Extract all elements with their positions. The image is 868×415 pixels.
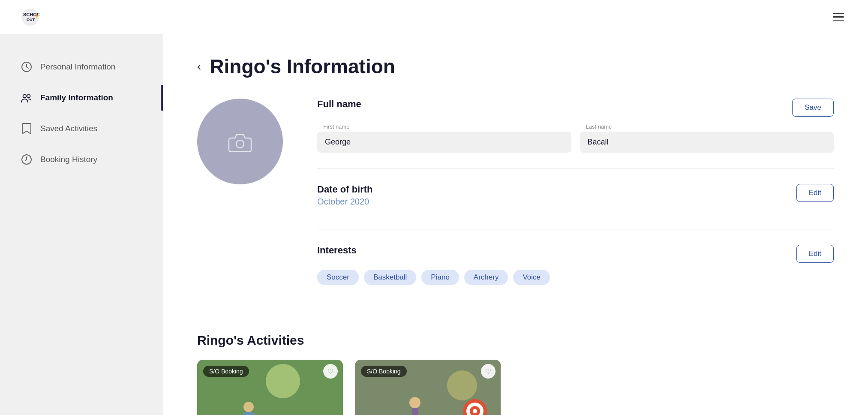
- interests-header: Interests Edit: [317, 245, 834, 263]
- svg-point-11: [243, 402, 254, 412]
- sidebar-item-label-personal: Personal Information: [40, 62, 115, 72]
- last-name-label: Last name: [580, 123, 834, 130]
- content-area: ‹ Ringo's Information Full name: [163, 34, 868, 415]
- activity-card-1: S/O Booking ♡: [197, 360, 343, 415]
- full-name-group: Full name Save First name Last name: [317, 99, 834, 168]
- first-name-group: First name: [317, 123, 571, 153]
- interest-tag-archery: Archery: [464, 270, 508, 285]
- main-layout: Personal Information Family Information: [0, 34, 868, 415]
- interests-group: Interests Edit Soccer Basketball Piano A…: [317, 245, 834, 301]
- dob-group: Date of birth October 2020 Edit: [317, 184, 834, 229]
- history-icon: [21, 153, 33, 165]
- interest-tag-piano: Piano: [421, 270, 459, 285]
- first-name-input[interactable]: [317, 132, 571, 153]
- activities-title: Ringo's Activities: [197, 333, 834, 348]
- dob-header: Date of birth October 2020 Edit: [317, 184, 834, 207]
- svg-point-22: [409, 397, 420, 408]
- sidebar-item-label-family: Family Information: [40, 93, 113, 102]
- svg-point-0: [21, 9, 39, 26]
- interest-tag-voice: Voice: [513, 270, 550, 285]
- back-button[interactable]: ‹: [197, 60, 201, 72]
- interest-tags: Soccer Basketball Piano Archery Voice: [317, 270, 834, 285]
- save-button[interactable]: Save: [792, 99, 834, 117]
- sidebar-item-label-booking: Booking History: [40, 155, 97, 164]
- dob-edit-button[interactable]: Edit: [796, 184, 834, 202]
- svg-text:OUT: OUT: [27, 18, 35, 22]
- svg-point-21: [473, 409, 477, 413]
- heart-button-1[interactable]: ♡: [323, 364, 338, 379]
- page-title: Ringo's Information: [210, 55, 395, 78]
- svg-rect-12: [246, 412, 252, 415]
- svg-rect-14: [252, 413, 255, 415]
- last-name-input[interactable]: [580, 132, 834, 153]
- sidebar: Personal Information Family Information: [0, 34, 163, 415]
- full-name-label: Full name: [317, 99, 361, 110]
- first-name-label: First name: [317, 123, 571, 130]
- sidebar-item-booking-history[interactable]: Booking History: [0, 144, 163, 175]
- hamburger-menu[interactable]: [829, 10, 847, 24]
- activity-card-2: S/O Booking ♡: [355, 360, 501, 415]
- clock-icon: [21, 61, 33, 73]
- booking-badge-2: S/O Booking: [361, 366, 407, 377]
- heart-button-2[interactable]: ♡: [481, 364, 496, 379]
- name-inputs: First name Last name: [317, 123, 834, 153]
- bookmark-icon: [21, 123, 33, 135]
- svg-point-7: [236, 140, 244, 148]
- activities-section: Ringo's Activities: [197, 333, 834, 415]
- dob-label: Date of birth: [317, 184, 373, 195]
- avatar[interactable]: [197, 99, 283, 184]
- info-section: Full name Save First name Last name: [317, 99, 834, 316]
- sidebar-item-personal-information[interactable]: Personal Information: [0, 51, 163, 82]
- interests-label: Interests: [317, 245, 357, 256]
- svg-rect-13: [243, 413, 246, 415]
- last-name-group: Last name: [580, 123, 834, 153]
- full-name-header: Full name Save: [317, 99, 834, 117]
- svg-point-4: [23, 95, 26, 98]
- logo-icon: SCHOOLS OUT: [21, 8, 39, 27]
- svg-point-9: [266, 364, 300, 398]
- page-header: ‹ Ringo's Information: [197, 55, 834, 78]
- svg-point-5: [27, 95, 30, 98]
- svg-point-16: [447, 370, 477, 400]
- logo: SCHOOLS OUT: [21, 8, 41, 27]
- svg-rect-23: [412, 408, 418, 415]
- avatar-container: [197, 99, 283, 316]
- profile-section: Full name Save First name Last name: [197, 99, 834, 316]
- people-icon: [21, 92, 33, 104]
- interest-tag-soccer: Soccer: [317, 270, 359, 285]
- booking-badge-1: S/O Booking: [203, 366, 249, 377]
- sidebar-item-label-saved: Saved Activities: [40, 124, 97, 133]
- interest-tag-basketball: Basketball: [364, 270, 416, 285]
- camera-icon: [228, 131, 252, 152]
- dob-info: Date of birth October 2020: [317, 184, 373, 207]
- sidebar-item-saved-activities[interactable]: Saved Activities: [0, 113, 163, 144]
- interests-edit-button[interactable]: Edit: [796, 245, 834, 263]
- activity-cards: S/O Booking ♡: [197, 360, 834, 415]
- sidebar-item-family-information[interactable]: Family Information: [0, 82, 163, 113]
- header: SCHOOLS OUT: [0, 0, 868, 34]
- dob-value: October 2020: [317, 197, 373, 207]
